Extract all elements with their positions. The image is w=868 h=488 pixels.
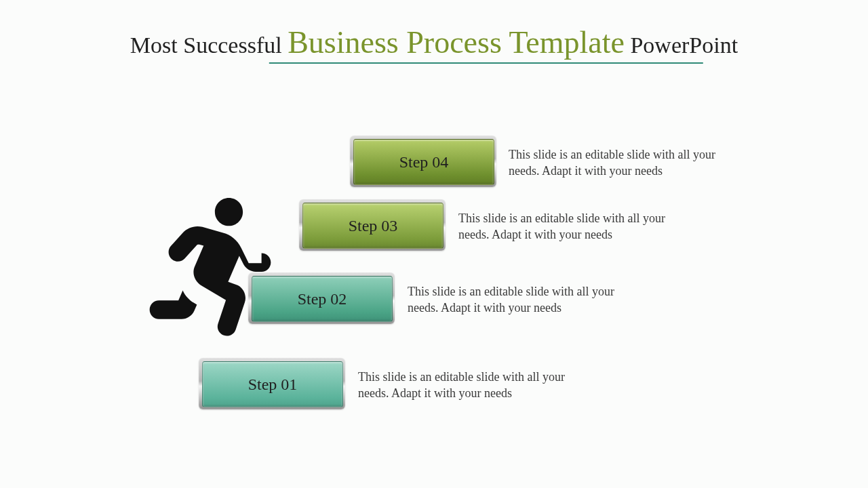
title-suffix: PowerPoint (625, 33, 738, 58)
step-desc-2: This slide is an editable slide with all… (408, 283, 625, 317)
running-person-svg (142, 198, 278, 347)
slide-title: Most Successful Business Process Templat… (0, 24, 868, 60)
title-prefix: Most Successful (130, 33, 288, 58)
step-box-1: Step 01 (199, 358, 345, 409)
step-label-1: Step 01 (202, 361, 343, 407)
step-label-3: Step 03 (302, 203, 443, 249)
step-desc-4: This slide is an editable slide with all… (509, 146, 726, 180)
step-desc-1: This slide is an editable slide with all… (358, 369, 575, 402)
step-box-4: Step 04 (350, 136, 496, 187)
step-desc-3: This slide is an editable slide with all… (458, 210, 675, 243)
title-underline (269, 62, 703, 64)
running-person-icon (142, 198, 278, 347)
title-highlight: Business Process Template (288, 25, 625, 64)
step-box-3: Step 03 (299, 199, 446, 251)
step-label-4: Step 04 (353, 139, 494, 185)
